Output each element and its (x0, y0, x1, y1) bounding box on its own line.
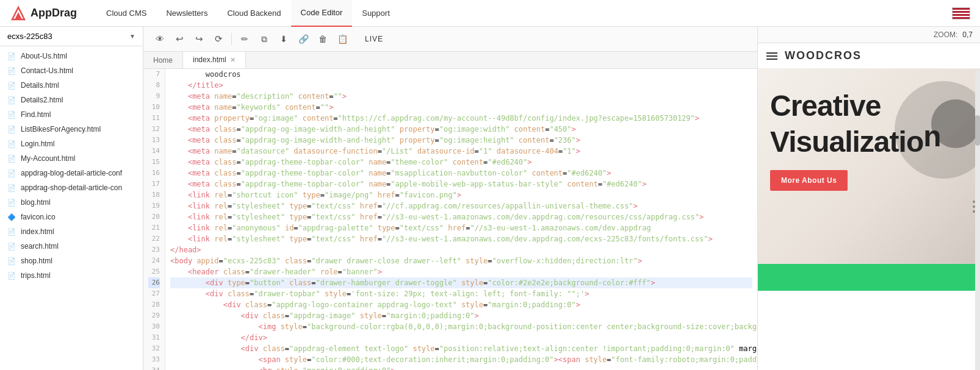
code-line: <link rel="anonymous" id="appdrag-palett… (170, 222, 752, 233)
link-button[interactable]: 🔗 (294, 30, 312, 48)
preview-scrollbar-thumb[interactable] (975, 115, 980, 146)
file-item[interactable]: 📄 index.html (0, 224, 143, 239)
preview-content: WOODCROS CreativeVisualization More Abou… (758, 43, 980, 370)
file-item[interactable]: 📄 Find.html (0, 107, 143, 122)
logo-icon (10, 5, 27, 22)
line-num: 18 (148, 190, 160, 201)
file-icon: 📄 (7, 184, 16, 192)
line-num: 14 (148, 146, 160, 157)
preview-button[interactable]: 👁 (151, 30, 169, 48)
nav-cloud-cms[interactable]: Cloud CMS (96, 0, 156, 27)
preview-panel: ZOOM: 0,7 WOODCROS Creative (757, 27, 980, 370)
file-item[interactable]: 📄 trips.html (0, 268, 143, 283)
code-lines-container: 7 8 9 10 11 12 13 14 15 16 17 18 19 20 2… (143, 69, 757, 370)
code-line: <span style="color:#000;text-decoration:… (170, 354, 752, 365)
zoom-value: 0,7 (962, 30, 973, 39)
tab-home[interactable]: Home (143, 52, 183, 68)
dropdown-arrow-icon[interactable]: ▼ (129, 33, 135, 40)
file-item[interactable]: 📄 My-Account.html (0, 151, 143, 166)
nav-newsletters[interactable]: Newsletters (156, 0, 217, 27)
code-line: <meta class="appdrag-theme-topbar-color"… (170, 168, 752, 179)
editor-toolbar: 👁 ↩ ↪ ⟳ ✏ ⧉ ⬇ 🔗 🗑 📋 LIVE (143, 27, 757, 52)
brand-name: WOODCROS (785, 49, 862, 62)
line-num: 12 (148, 124, 160, 135)
code-line: <meta name="keywords" content=""> (170, 102, 752, 113)
line-num: 32 (148, 343, 160, 354)
file-icon: 📄 (7, 272, 16, 280)
delete-button[interactable]: 🗑 (314, 30, 332, 48)
hamburger-icon[interactable] (766, 52, 777, 60)
main-layout: ecxs-225c83 ▼ 📄 About-Us.html 📄 Contact-… (0, 27, 980, 370)
file-name: appdrag-blog-detail-article-conf (21, 169, 122, 177)
code-line: </div> (170, 332, 752, 343)
line-num: 28 (148, 299, 160, 310)
code-line: <div class="appdrag-image" style="margin… (170, 310, 752, 321)
flag-icon[interactable] (952, 7, 970, 20)
edit-button[interactable]: ✏ (236, 30, 254, 48)
file-item[interactable]: 📄 Details2.html (0, 93, 143, 107)
nav-support[interactable]: Support (352, 0, 400, 27)
line-num: 7 (148, 69, 160, 80)
tab-index-html[interactable]: index.html ✕ (183, 52, 246, 68)
file-name: blog.html (21, 198, 51, 207)
clipboard-button[interactable]: 📋 (333, 30, 351, 48)
redo-button[interactable]: ↪ (190, 30, 208, 48)
code-content[interactable]: woodcros </title> <meta name="descriptio… (165, 69, 757, 370)
file-icon: 🔷 (7, 213, 16, 221)
line-num: 34 (148, 365, 160, 370)
preview-header: WOODCROS (758, 43, 980, 69)
nav-cloud-backend[interactable]: Cloud Backend (217, 0, 290, 27)
copy-button[interactable]: ⧉ (255, 30, 273, 48)
file-name: shop.html (21, 257, 52, 265)
file-item[interactable]: 📄 appdrag-blog-detail-article-conf (0, 166, 143, 180)
line-num: 9 (148, 91, 160, 102)
undo-button[interactable]: ↩ (170, 30, 189, 48)
file-item[interactable]: 📄 Contact-Us.html (0, 63, 143, 78)
code-line: <div class="appdrag-element text-logo" s… (170, 343, 752, 354)
line-num: 15 (148, 157, 160, 168)
hamburger-line (766, 59, 777, 60)
file-item[interactable]: 📄 search.html (0, 239, 143, 254)
file-item[interactable]: 📄 Details.html (0, 78, 143, 93)
code-editor[interactable]: 7 8 9 10 11 12 13 14 15 16 17 18 19 20 2… (143, 69, 757, 370)
line-num: 27 (148, 288, 160, 299)
code-line: <body appid="ecxs-225c83" class="drawer … (170, 255, 752, 266)
file-icon: 📄 (7, 228, 16, 236)
code-line: <link rel="stylesheet" type="text/css" h… (170, 233, 752, 244)
tab-close-icon[interactable]: ✕ (230, 56, 236, 64)
file-icon: 📄 (7, 52, 16, 60)
editor-tabs: Home index.html ✕ (143, 52, 757, 69)
live-button[interactable]: LIVE (358, 32, 391, 46)
code-line: <img style="background-color:rgba(0,0,0,… (170, 321, 752, 332)
logo[interactable]: AppDrag (10, 5, 77, 22)
line-num: 11 (148, 113, 160, 124)
sidebar: ecxs-225c83 ▼ 📄 About-Us.html 📄 Contact-… (0, 27, 143, 370)
file-item[interactable]: 📄 appdrag-shop-detail-article-con (0, 180, 143, 195)
line-num: 19 (148, 201, 160, 212)
file-item[interactable]: 📄 ListBikesForAgency.html (0, 122, 143, 137)
file-item[interactable]: 📄 Login.html (0, 137, 143, 151)
code-line: <meta class="appdrag-theme-topbar-color"… (170, 179, 752, 190)
file-item[interactable]: 📄 About-Us.html (0, 49, 143, 63)
toolbar-separator (231, 33, 232, 45)
code-line: <link rel="shortcut icon" type="image/pn… (170, 190, 752, 201)
code-line: woodcros (170, 69, 752, 80)
tab-home-label: Home (153, 56, 173, 65)
more-about-us-button[interactable]: More About Us (770, 170, 848, 191)
file-icon: 📄 (7, 67, 16, 75)
line-num: 22 (148, 233, 160, 244)
hero-title: CreativeVisualization (770, 91, 941, 158)
file-item[interactable]: 📄 shop.html (0, 254, 143, 268)
code-line: <br style="margin:0;padding:0"> (170, 365, 752, 370)
file-item[interactable]: 🔷 favicon.ico (0, 210, 143, 224)
nav-code-editor[interactable]: Code Editor (291, 0, 353, 27)
preview-scrollbar[interactable] (975, 70, 980, 370)
line-num: 20 (148, 212, 160, 222)
file-item[interactable]: 📄 blog.html (0, 195, 143, 210)
refresh-button[interactable]: ⟳ (209, 30, 228, 48)
code-line: <meta name="description" content=""> (170, 91, 752, 102)
sidebar-header: ecxs-225c83 ▼ (0, 27, 143, 46)
download-button[interactable]: ⬇ (275, 30, 293, 48)
line-num: 21 (148, 222, 160, 233)
logo-text: AppDrag (31, 7, 77, 20)
